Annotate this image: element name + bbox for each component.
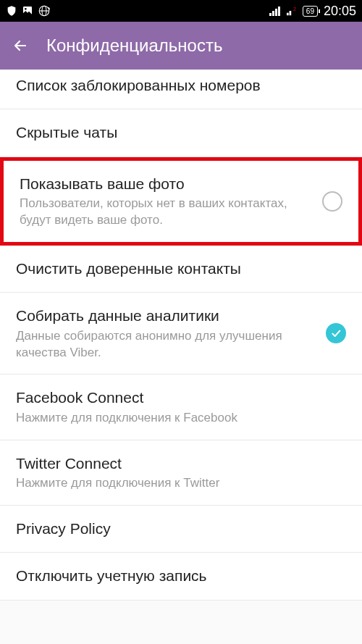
- status-right-icons: 2 69 20:05: [269, 4, 356, 19]
- page-title: Конфиденциальность: [46, 35, 222, 56]
- svg-text:2: 2: [293, 7, 296, 12]
- item-subtitle: Данные собираются анонимно для улучшения…: [16, 328, 314, 361]
- svg-rect-6: [275, 9, 277, 16]
- gallery-icon: [22, 5, 33, 17]
- item-twitter-connect[interactable]: Twitter Connect Нажмите для подключения …: [0, 440, 362, 506]
- item-deactivate-account[interactable]: Отключить учетную запись: [0, 553, 362, 600]
- radio-unchecked-icon[interactable]: [322, 191, 342, 212]
- item-blocked-list[interactable]: Список заблокированных номеров: [0, 70, 362, 109]
- signal-icon: [269, 6, 282, 16]
- item-title: Очистить доверенные контакты: [16, 259, 346, 279]
- item-show-your-photo[interactable]: Показывать ваше фото Пользователи, котор…: [0, 157, 362, 246]
- item-analytics[interactable]: Собирать данные аналитики Данные собираю…: [0, 293, 362, 375]
- globe-icon: [38, 4, 51, 17]
- item-title: Список заблокированных номеров: [16, 75, 346, 96]
- svg-rect-4: [269, 13, 272, 16]
- back-button[interactable]: [12, 37, 29, 54]
- item-hidden-chats[interactable]: Скрытые чаты: [0, 109, 362, 156]
- item-title: Отключить учетную запись: [16, 566, 346, 586]
- status-bar: 2 69 20:05: [0, 0, 362, 22]
- checkmark-icon[interactable]: [326, 323, 346, 343]
- battery-icon: 69: [303, 6, 318, 17]
- item-title: Privacy Policy: [16, 519, 346, 539]
- shield-icon: [6, 5, 17, 17]
- item-title: Twitter Connect: [16, 453, 346, 474]
- svg-point-1: [25, 8, 27, 10]
- svg-rect-7: [278, 7, 280, 16]
- item-title: Собирать данные аналитики: [16, 306, 314, 326]
- signal-2-icon: 2: [287, 6, 298, 16]
- item-title: Facebook Connect: [16, 388, 346, 408]
- item-clear-trusted[interactable]: Очистить доверенные контакты: [0, 246, 362, 293]
- svg-rect-9: [289, 11, 291, 15]
- item-subtitle: Пользователи, которых нет в ваших контак…: [20, 196, 311, 229]
- clock: 20:05: [324, 4, 356, 19]
- settings-list: Список заблокированных номеров Скрытые ч…: [0, 70, 362, 644]
- battery-level: 69: [306, 7, 314, 15]
- app-bar: Конфиденциальность: [0, 22, 362, 70]
- svg-rect-5: [272, 11, 274, 16]
- svg-rect-8: [287, 13, 289, 16]
- item-title: Скрытые чаты: [16, 122, 346, 143]
- item-subtitle: Нажмите для подключения к Twitter: [16, 475, 346, 492]
- item-privacy-policy[interactable]: Privacy Policy: [0, 506, 362, 553]
- status-left-icons: [6, 4, 51, 17]
- item-facebook-connect[interactable]: Facebook Connect Нажмите для подключения…: [0, 375, 362, 440]
- item-title: Показывать ваше фото: [20, 174, 311, 194]
- item-subtitle: Нажмите для подключения к Facebook: [16, 410, 346, 427]
